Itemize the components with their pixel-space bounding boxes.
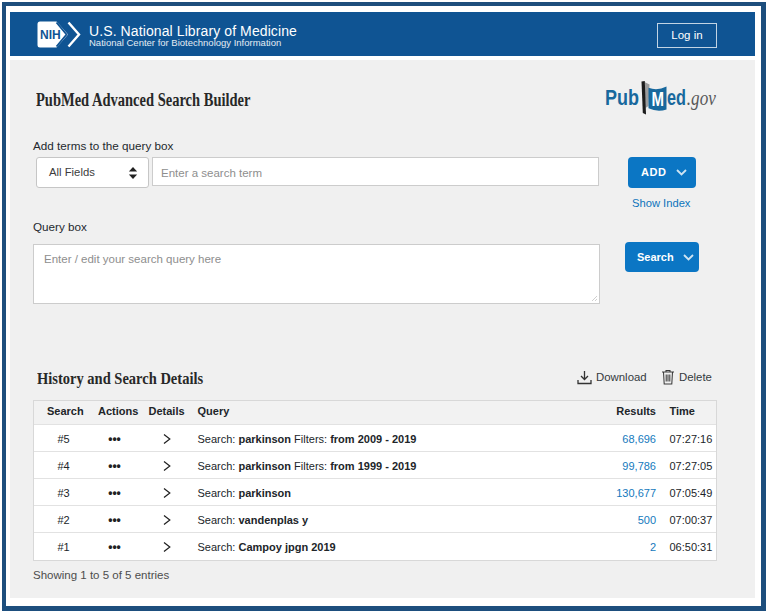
svg-text:Pub: Pub bbox=[605, 86, 639, 110]
svg-text:NIH: NIH bbox=[40, 28, 61, 42]
svg-text:ed: ed bbox=[667, 86, 686, 110]
svg-text:M: M bbox=[652, 88, 665, 110]
svg-text:.gov: .gov bbox=[687, 87, 716, 110]
